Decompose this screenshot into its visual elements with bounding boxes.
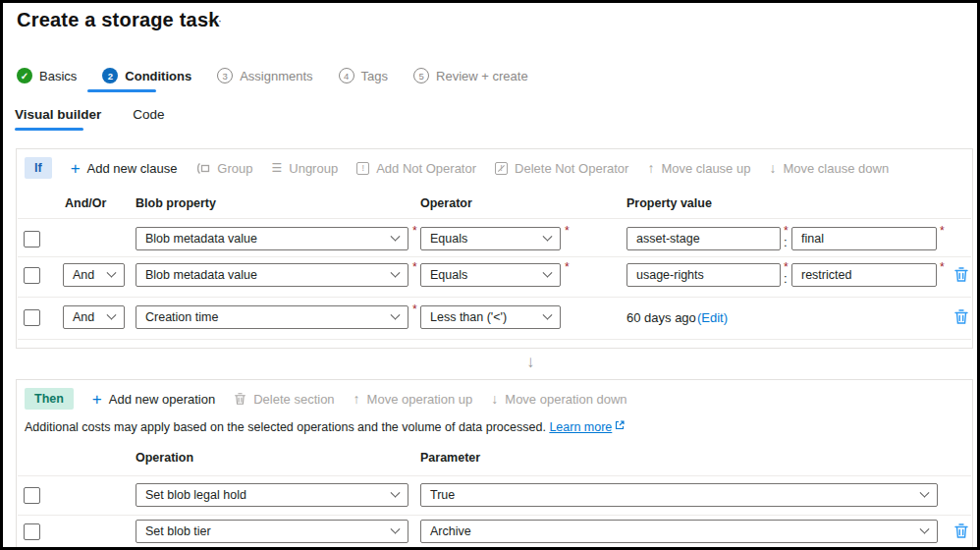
move-clause-down-button[interactable]: ↓ Move clause down: [769, 160, 889, 176]
ungroup-icon: ☰: [272, 162, 283, 174]
metadata-key-input[interactable]: usage-rights: [626, 263, 781, 287]
wizard-step-label: Conditions: [125, 69, 191, 83]
column-header-blob-property: Blob property: [136, 196, 216, 210]
operator-dropdown[interactable]: Less than ('<'): [420, 305, 561, 329]
if-conditions-section: If + Add new clause Group ☰ Ungroup ! Ad…: [16, 148, 973, 349]
arrow-down-icon: ↓: [491, 391, 498, 407]
add-new-clause-button[interactable]: + Add new clause: [71, 160, 178, 177]
required-marker: *: [940, 260, 945, 274]
chevron-down-icon: [543, 231, 553, 241]
column-header-and-or: And/Or: [65, 196, 106, 210]
row-separator: [18, 475, 971, 476]
metadata-key-input[interactable]: asset-stage: [626, 227, 781, 250]
parameter-dropdown[interactable]: True: [420, 483, 938, 507]
tab-visual-builder[interactable]: Visual builder: [15, 107, 101, 130]
wizard-step-label: Assignments: [240, 69, 312, 83]
group-button[interactable]: Group: [195, 161, 252, 176]
row-separator: [18, 218, 971, 219]
then-badge: Then: [25, 388, 74, 410]
row-checkbox[interactable]: [24, 487, 40, 504]
external-link-icon: [615, 420, 625, 430]
row-checkbox[interactable]: [24, 309, 40, 326]
chevron-down-icon: [391, 309, 401, 319]
cost-info-text: Additional costs may apply based on the …: [25, 420, 625, 434]
if-toolbar: If + Add new clause Group ☰ Ungroup ! Ad…: [25, 156, 889, 180]
delete-operation-icon[interactable]: [953, 522, 969, 539]
check-circle-icon: ✓: [17, 68, 32, 83]
required-marker: *: [412, 224, 417, 238]
delete-not-operator-icon: !: [495, 162, 508, 175]
view-tabs: Visual builder Code: [15, 107, 165, 130]
row-separator: [18, 339, 971, 340]
blob-property-dropdown[interactable]: Creation time: [136, 305, 408, 329]
required-marker: *: [565, 224, 570, 238]
wizard-step-label: Review + create: [436, 69, 528, 83]
parameter-dropdown[interactable]: Archive: [420, 520, 938, 543]
row-separator: [18, 515, 971, 516]
if-badge: If: [25, 157, 52, 179]
and-or-dropdown[interactable]: And: [63, 305, 125, 329]
ungroup-button[interactable]: ☰ Ungroup: [272, 161, 339, 176]
then-operations-section: Then + Add new operation Delete section …: [16, 379, 973, 550]
wizard-step-assignments[interactable]: 3 Assignments: [217, 68, 312, 83]
step-number-icon: 3: [217, 68, 233, 83]
required-marker: *: [565, 260, 570, 274]
required-marker: *: [412, 302, 417, 316]
not-operator-icon: !: [356, 162, 369, 175]
chevron-down-icon: [543, 267, 553, 277]
step-number-icon: 4: [339, 68, 354, 83]
column-header-operation: Operation: [136, 451, 193, 465]
create-storage-task-window: Create a storage task ··· ✓ Basics 2 Con…: [0, 0, 980, 550]
column-header-operator: Operator: [420, 196, 472, 210]
blob-property-dropdown[interactable]: Blob metadata value: [136, 263, 408, 287]
flow-arrow-down-icon: ↓: [526, 353, 535, 372]
more-menu-icon[interactable]: ···: [207, 13, 223, 28]
operation-dropdown[interactable]: Set blob legal hold: [136, 483, 408, 507]
wizard-step-review-create[interactable]: 5 Review + create: [413, 68, 528, 83]
metadata-value-input[interactable]: final: [791, 227, 937, 250]
move-clause-up-button[interactable]: ↑ Move clause up: [647, 160, 750, 176]
step-number-icon: 5: [413, 68, 429, 83]
blob-property-dropdown[interactable]: Blob metadata value: [136, 227, 408, 250]
column-header-parameter: Parameter: [420, 451, 480, 465]
row-checkbox[interactable]: [24, 523, 40, 540]
chevron-down-icon: [391, 267, 401, 277]
arrow-up-icon: ↑: [354, 391, 360, 407]
move-operation-down-button[interactable]: ↓ Move operation down: [491, 391, 626, 407]
wizard-step-basics[interactable]: ✓ Basics: [17, 68, 77, 83]
learn-more-link[interactable]: Learn more: [549, 420, 612, 434]
delete-section-button[interactable]: Delete section: [234, 392, 334, 407]
edit-link[interactable]: (Edit): [697, 310, 728, 325]
page-title: Create a storage task: [17, 9, 220, 31]
add-not-operator-button[interactable]: ! Add Not Operator: [356, 161, 476, 176]
operator-dropdown[interactable]: Equals: [420, 263, 561, 287]
delete-clause-icon[interactable]: [953, 308, 969, 325]
group-icon: [195, 162, 210, 175]
and-or-dropdown[interactable]: And: [63, 263, 125, 287]
column-header-property-value: Property value: [626, 196, 712, 210]
arrow-up-icon: ↑: [647, 160, 654, 176]
metadata-value-input[interactable]: restricted: [791, 263, 937, 287]
required-marker: *: [940, 224, 945, 238]
required-marker: *: [412, 260, 417, 274]
move-operation-up-button[interactable]: ↑ Move operation up: [354, 391, 473, 407]
delete-clause-icon[interactable]: [953, 266, 969, 283]
step-number-icon: 2: [102, 68, 118, 83]
trash-icon: [234, 392, 246, 406]
row-checkbox[interactable]: [24, 231, 40, 248]
operation-dropdown[interactable]: Set blob tier: [136, 520, 408, 543]
chevron-down-icon: [391, 231, 401, 241]
wizard-step-tags[interactable]: 4 Tags: [339, 68, 388, 83]
wizard-step-conditions[interactable]: 2 Conditions: [102, 68, 191, 83]
plus-icon: +: [92, 391, 102, 408]
arrow-down-icon: ↓: [769, 160, 776, 176]
row-checkbox[interactable]: [24, 267, 40, 284]
add-new-operation-button[interactable]: + Add new operation: [92, 391, 215, 408]
tab-code[interactable]: Code: [133, 107, 164, 130]
delete-not-operator-button[interactable]: ! Delete Not Operator: [495, 161, 628, 176]
wizard-step-label: Tags: [361, 69, 388, 83]
operator-dropdown[interactable]: Equals: [420, 227, 561, 250]
row-separator: [18, 297, 971, 298]
chevron-down-icon: [107, 309, 117, 319]
row-separator: [18, 256, 971, 257]
